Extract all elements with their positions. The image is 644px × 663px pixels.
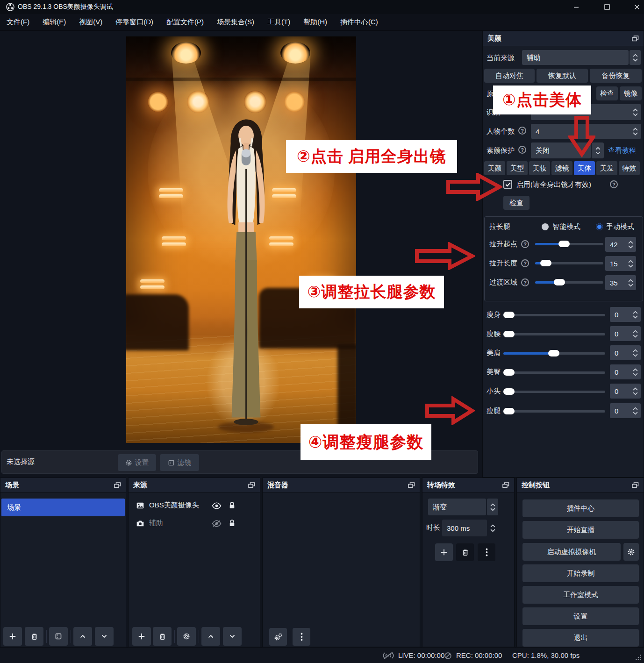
menu-tools[interactable]: 工具(T) (267, 18, 290, 27)
menu-edit[interactable]: 编辑(E) (43, 18, 66, 27)
duration-spinner[interactable] (487, 520, 498, 536)
slim-waist-slider[interactable] (503, 333, 605, 335)
eye-slash-icon[interactable] (212, 520, 222, 527)
spinner[interactable] (630, 326, 641, 341)
recognize-spinner[interactable] (630, 104, 641, 120)
transition-zone-spinner[interactable] (625, 275, 636, 290)
add-transition-button[interactable] (435, 543, 453, 561)
eye-icon[interactable] (212, 502, 222, 509)
remove-scene-button[interactable] (25, 627, 43, 646)
slider-handle[interactable] (554, 279, 565, 285)
scene-list-item[interactable]: 场景 (1, 499, 125, 516)
popout-icon[interactable] (502, 482, 509, 488)
start-virtual-camera-button[interactable]: 启动虚拟摄像机 (522, 543, 621, 561)
menu-view[interactable]: 视图(V) (79, 18, 102, 27)
current-source-select[interactable]: 辅助 (522, 50, 629, 65)
menu-docks[interactable]: 停靠窗口(D) (115, 18, 153, 27)
mixer-more-button[interactable] (293, 628, 310, 646)
popout-icon[interactable] (114, 482, 121, 488)
restore-default-button[interactable]: 恢复默认 (537, 69, 588, 83)
tab-texiao[interactable]: 特效 (619, 161, 640, 175)
transition-select[interactable]: 渐变 (428, 499, 486, 515)
popout-icon[interactable] (632, 36, 639, 42)
tab-meixing[interactable]: 美型 (507, 161, 528, 175)
autofocus-button[interactable]: 自动对焦 (484, 69, 535, 83)
menu-help[interactable]: 帮助(H) (303, 18, 327, 27)
transition-zone-slider[interactable] (535, 281, 603, 284)
scene-down-button[interactable] (95, 627, 114, 646)
studio-mode-button[interactable]: 工作室模式 (522, 586, 639, 604)
spinner[interactable] (630, 403, 641, 418)
maximize-button[interactable] (596, 0, 618, 14)
slider-handle[interactable] (503, 408, 515, 414)
lock-icon[interactable] (229, 519, 236, 527)
popout-icon[interactable] (632, 482, 639, 488)
transition-spinner[interactable] (487, 499, 498, 515)
plugin-center-button[interactable]: 插件中心 (522, 499, 639, 517)
backup-restore-button[interactable]: 备份恢复 (590, 69, 642, 83)
hip-slider[interactable] (503, 371, 605, 374)
small-head-slider[interactable] (503, 391, 605, 393)
transition-more-button[interactable] (478, 543, 495, 561)
slider-handle[interactable] (503, 331, 515, 337)
start-streaming-button[interactable]: 开始直播 (522, 521, 639, 539)
scene-filters-button[interactable] (49, 627, 68, 646)
spinner[interactable] (630, 345, 641, 360)
lift-start-spinner[interactable] (625, 237, 636, 252)
check-button[interactable]: 检查 (596, 86, 618, 100)
manual-mode-radio[interactable] (596, 223, 603, 230)
remove-transition-button[interactable] (456, 543, 474, 561)
lift-length-slider[interactable] (535, 262, 603, 264)
slider-handle[interactable] (503, 312, 515, 318)
popout-icon[interactable] (248, 482, 255, 488)
mirror-button[interactable]: 镜像 (620, 86, 642, 100)
add-scene-button[interactable] (3, 627, 22, 646)
tab-lvjing[interactable]: 滤镜 (551, 161, 572, 175)
lock-icon[interactable] (229, 501, 236, 509)
source-filters-button[interactable]: 滤镜 (160, 454, 199, 471)
source-up-button[interactable] (201, 627, 220, 646)
scene-up-button[interactable] (73, 627, 92, 646)
minimize-button[interactable] (565, 0, 587, 14)
lift-start-slider[interactable] (535, 243, 603, 245)
menu-file[interactable]: 文件(F) (7, 18, 29, 27)
close-button[interactable] (626, 0, 644, 14)
slim-body-slider[interactable] (503, 314, 605, 316)
menu-profile[interactable]: 配置文件(P) (166, 18, 204, 27)
remove-source-button[interactable] (153, 627, 172, 646)
person-count-spinner[interactable] (630, 124, 641, 139)
slider-handle[interactable] (503, 369, 515, 376)
slim-leg-slider[interactable] (503, 410, 605, 413)
slider-handle[interactable] (558, 241, 570, 247)
settings-button[interactable]: 设置 (522, 607, 639, 625)
tutorial-link[interactable]: 查看教程 (608, 146, 636, 155)
duration-input[interactable]: 300 ms (442, 520, 487, 536)
source-properties-button[interactable]: 设置 (118, 454, 156, 471)
menu-scene-collection[interactable]: 场景集合(S) (217, 18, 254, 27)
source-row-camera[interactable]: OBS美颜摄像头 (129, 497, 261, 514)
lift-length-spinner[interactable] (625, 256, 636, 271)
popout-icon[interactable] (408, 482, 415, 488)
check2-button[interactable]: 检查 (503, 196, 530, 210)
enable-checkbox[interactable] (503, 180, 512, 189)
source-row-aux[interactable]: 辅助 (129, 514, 261, 532)
spinner[interactable] (630, 307, 641, 322)
spinner[interactable] (630, 384, 641, 399)
source-down-button[interactable] (223, 627, 242, 646)
add-source-button[interactable] (132, 627, 151, 646)
exit-button[interactable]: 退出 (522, 629, 639, 647)
slider-handle[interactable] (548, 350, 559, 356)
tab-meiti-active[interactable]: 美体 (574, 161, 595, 175)
smart-mode-radio[interactable] (542, 223, 549, 230)
shoulder-slider[interactable] (503, 352, 605, 355)
mixer-settings-button[interactable] (269, 628, 287, 646)
resize-grip[interactable] (636, 654, 642, 660)
slider-handle[interactable] (540, 260, 551, 266)
slider-handle[interactable] (503, 388, 515, 395)
spinner[interactable] (630, 364, 641, 379)
source-properties-gear-button[interactable] (177, 627, 196, 646)
menu-plugin-center[interactable]: 插件中心(C) (340, 18, 378, 27)
tab-meizhuang[interactable]: 美妆 (529, 161, 550, 175)
tab-meifa[interactable]: 美发 (596, 161, 617, 175)
start-recording-button[interactable]: 开始录制 (522, 564, 639, 582)
